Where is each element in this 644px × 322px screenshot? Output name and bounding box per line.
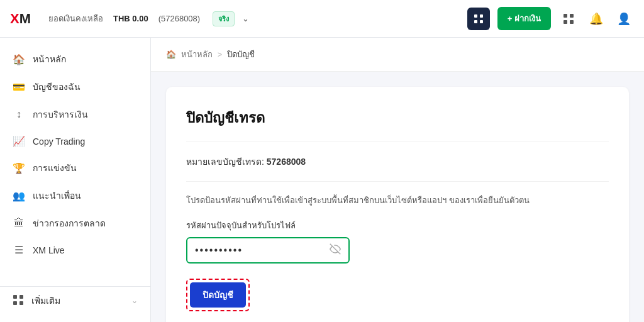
sidebar-item-copy-trading[interactable]: 📈 Copy Trading	[0, 128, 150, 154]
people-icon: 👥	[13, 190, 25, 202]
more-chevron-icon: ⌄	[131, 296, 138, 305]
svg-rect-2	[474, 20, 477, 23]
account-number-row: หมายเลขบัญชีเทรด: 57268008	[186, 155, 609, 169]
sidebar-item-money-management[interactable]: ↕️ การบริหารเงิน	[0, 101, 150, 128]
sidebar-label-xm-live: XM Live	[33, 245, 65, 255]
news-icon: 🏛	[13, 218, 25, 229]
deposit-button[interactable]: + ฝากเงิน	[497, 7, 551, 30]
password-label: รหัสผ่านปัจจุบันสำหรับโปรไฟล์	[186, 219, 609, 232]
grid-small-icon	[13, 294, 24, 308]
svg-rect-3	[480, 20, 483, 23]
sidebar-item-competition[interactable]: 🏆 การแข่งขัน	[0, 154, 150, 182]
svg-rect-11	[19, 301, 23, 305]
svg-rect-10	[13, 301, 17, 305]
sidebar: 🏠 หน้าหลัก 💳 บัญชีของฉัน ↕️ การบริหารเงิ…	[0, 38, 151, 322]
logo-x: X	[10, 11, 19, 27]
sidebar-label-my-account: บัญชีของฉัน	[33, 80, 80, 94]
account-dropdown-icon[interactable]: ⌄	[242, 14, 249, 23]
content-area: ปิดบัญชีเทรด หมายเลขบัญชีเทรด: 57268008 …	[151, 72, 644, 322]
card-title: ปิดบัญชีเทรด	[186, 107, 609, 129]
svg-rect-6	[564, 20, 567, 24]
breadcrumb-home-link[interactable]: หน้าหลัก	[181, 48, 213, 61]
svg-rect-4	[564, 14, 567, 18]
sidebar-label-competition: การแข่งขัน	[33, 161, 77, 175]
eye-icon[interactable]	[330, 243, 341, 257]
sidebar-label-copy-trading: Copy Trading	[33, 136, 85, 147]
balance-label: ยอดเงินคงเหลือ	[48, 12, 103, 25]
svg-rect-7	[570, 20, 574, 24]
svg-rect-0	[474, 14, 477, 18]
card-divider-mid	[186, 181, 609, 182]
sidebar-item-market-news[interactable]: 🏛 ข่าวกรองการตลาด	[0, 209, 150, 237]
password-input-wrapper	[186, 237, 350, 264]
main-content: 🏠 หน้าหลัก > ปิดบัญชี ปิดบัญชีเทรด หมายเ…	[151, 38, 644, 322]
copy-trading-icon: 📈	[13, 135, 25, 147]
card-divider-top	[186, 142, 609, 142]
close-account-button[interactable]: ปิดบัญชี	[190, 282, 246, 308]
credit-card-icon: 💳	[13, 81, 25, 93]
transfer-icon: ↕️	[13, 109, 25, 120]
account-id: (57268008)	[158, 14, 201, 23]
svg-rect-5	[570, 14, 574, 18]
layout: 🏠 หน้าหลัก 💳 บัญชีของฉัน ↕️ การบริหารเงิ…	[0, 38, 644, 322]
breadcrumb-current: ปิดบัญชี	[227, 48, 255, 61]
sidebar-label-referral: แนะนำเพื่อน	[33, 189, 81, 203]
notification-icon[interactable]: 🔔	[586, 9, 606, 29]
profile-icon[interactable]: 👤	[614, 9, 634, 29]
description-text: โปรดป้อนรหัสผ่านที่ท่านใช้เพื่อเข้าสู่ระ…	[186, 194, 609, 208]
svg-rect-9	[19, 295, 23, 299]
logo: XM	[10, 11, 31, 27]
account-number-value: 57268008	[267, 157, 306, 167]
breadcrumb-separator: >	[218, 50, 222, 59]
card: ปิดบัญชีเทรด หมายเลขบัญชีเทรด: 57268008 …	[166, 87, 629, 322]
header: XM ยอดเงินคงเหลือ THB 0.00 (57268008) จร…	[0, 0, 644, 38]
breadcrumb-home-icon: 🏠	[166, 50, 176, 59]
sidebar-item-my-account[interactable]: 💳 บัญชีของฉัน	[0, 73, 150, 101]
account-number-label: หมายเลขบัญชีเทรด:	[186, 157, 264, 167]
home-icon: 🏠	[13, 53, 25, 65]
close-button-wrapper: ปิดบัญชี	[186, 279, 250, 311]
trophy-icon: 🏆	[13, 162, 25, 174]
password-input[interactable]	[195, 238, 330, 262]
breadcrumb: 🏠 หน้าหลัก > ปิดบัญชี	[151, 38, 644, 72]
real-badge: จริง	[213, 11, 235, 26]
sidebar-label-home: หน้าหลัก	[33, 52, 66, 66]
sidebar-more[interactable]: เพิ่มเติม ⌄	[0, 286, 150, 314]
logo-m: M	[19, 11, 31, 27]
sidebar-item-home[interactable]: 🏠 หน้าหลัก	[0, 45, 150, 73]
apps-icon[interactable]	[558, 9, 579, 29]
sidebar-more-label: เพิ่มเติม	[31, 294, 60, 308]
sidebar-item-xm-live[interactable]: ☰ XM Live	[0, 237, 150, 263]
live-icon: ☰	[13, 244, 25, 256]
svg-rect-1	[480, 14, 483, 18]
grid-icon[interactable]	[467, 8, 490, 30]
sidebar-item-referral[interactable]: 👥 แนะนำเพื่อน	[0, 182, 150, 209]
balance-value: THB 0.00	[113, 14, 148, 23]
svg-rect-8	[13, 295, 17, 299]
sidebar-label-market-news: ข่าวกรองการตลาด	[33, 216, 106, 230]
sidebar-label-money-management: การบริหารเงิน	[33, 108, 88, 121]
